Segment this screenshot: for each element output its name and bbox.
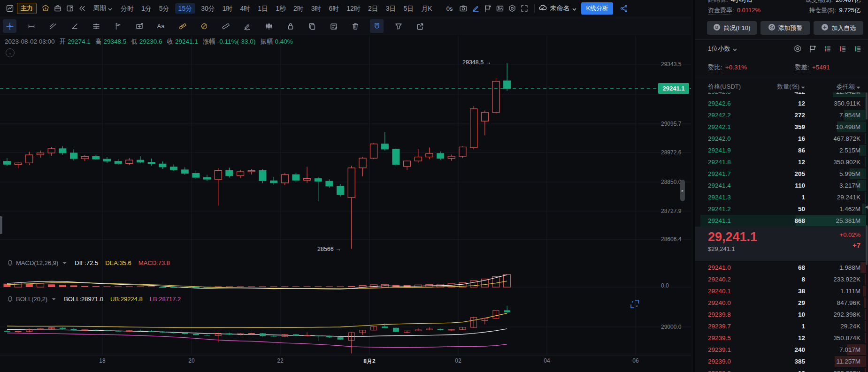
expand-icon[interactable] (518, 2, 530, 15)
share-icon[interactable] (618, 2, 630, 15)
gear-icon[interactable] (506, 2, 518, 15)
panel-button-加入自选[interactable]: 加入自选 (814, 21, 863, 35)
panel-button-简况(F10)[interactable]: B简况(F10) (707, 21, 757, 35)
flag-plus-icon[interactable] (808, 44, 817, 53)
chevron-down-icon[interactable] (62, 262, 67, 265)
timeframe-1分[interactable]: 1分 (141, 5, 152, 12)
panel-button-添加预警[interactable]: 添加预警 (760, 21, 810, 35)
main-force-button[interactable]: 主力 (17, 3, 37, 14)
decimals-dropdown[interactable]: 1位小数 (708, 45, 737, 53)
book-green-icon[interactable] (853, 44, 862, 53)
brush-icon[interactable] (240, 19, 254, 33)
region-select-icon[interactable] (630, 299, 640, 309)
pennant-icon[interactable] (111, 19, 124, 33)
trend-lines-icon[interactable] (46, 19, 60, 33)
left-pane-handle[interactable] (0, 216, 2, 234)
magnet-icon[interactable] (370, 19, 384, 33)
panel-edge-collapse-icon[interactable]: ◀ (865, 205, 868, 209)
chevron-down-icon[interactable] (52, 298, 56, 301)
angle-line-icon[interactable] (68, 19, 81, 33)
book-red-icon[interactable] (838, 44, 847, 53)
macd-indicator-row[interactable]: MACD(12,26,9) DIF:72.5 DEA:35.6 MACD:73.… (7, 259, 170, 266)
period-dropdown[interactable]: 周期 (93, 4, 112, 13)
ask-row[interactable]: 29242.016467.872K (700, 133, 866, 144)
ask-row[interactable]: 29241.812350.902K (700, 156, 866, 168)
copy-icon[interactable] (305, 19, 319, 33)
note-edit-icon[interactable] (327, 19, 340, 33)
bid-row[interactable]: 29239.038511.257M (700, 356, 866, 367)
annotation-box-icon[interactable] (132, 19, 146, 33)
scrollbar[interactable] (866, 225, 868, 265)
lock-icon[interactable] (284, 19, 297, 33)
candlestick-chart[interactable] (0, 35, 691, 372)
panel-collapse-handle[interactable]: ▸ (680, 180, 685, 201)
pattern-icon[interactable] (262, 19, 276, 33)
bid-row[interactable]: 29239.7129.24K (700, 320, 866, 332)
timeframe-3时[interactable]: 3时 (311, 5, 322, 12)
ask-row[interactable]: 29241.2501.462M (700, 203, 866, 215)
timeframe-5分[interactable]: 5分 (159, 5, 169, 12)
ruler-icon[interactable] (219, 19, 232, 33)
image-icon[interactable] (494, 2, 506, 15)
trash-icon[interactable] (348, 19, 362, 33)
last-trade-block[interactable]: 29,241.1 $29,241.1 +0.02% +7 (695, 227, 868, 261)
scrollbar[interactable] (866, 92, 868, 120)
ask-row[interactable]: 29241.72055.995M (700, 168, 866, 180)
bid-row[interactable]: 29239.810292.398K (700, 309, 866, 320)
bid-row[interactable]: 29239.512350.874K (700, 332, 866, 344)
chart-area[interactable]: 2023-08-02 03:00开29274.1高29348.5低29230.6… (0, 35, 691, 372)
kline-analysis-button[interactable]: K线分析 (581, 2, 613, 15)
timeframe-15分[interactable]: 15分 (175, 3, 196, 14)
crosshair-icon[interactable] (3, 19, 16, 33)
text-tool-icon[interactable]: Aa (154, 19, 168, 33)
ask-row[interactable]: 29242.135910.498M (700, 121, 866, 133)
timeframe-2时[interactable]: 2时 (293, 5, 304, 12)
bid-row[interactable]: 29241.0681.988M (700, 262, 866, 273)
timeframe-4时[interactable]: 4时 (240, 5, 251, 12)
camera-icon[interactable] (457, 2, 469, 15)
timeframe-2日[interactable]: 2日 (368, 5, 378, 12)
timeframe-分时[interactable]: 分时 (121, 5, 134, 12)
timeframe-5日[interactable]: 5日 (404, 5, 414, 12)
price-ruler-icon[interactable] (176, 19, 189, 33)
bell-icon[interactable] (7, 259, 14, 266)
chart-icon[interactable] (4, 2, 16, 15)
book-both-icon[interactable] (823, 44, 832, 53)
bid-row[interactable]: 29238.910292.389K (700, 367, 866, 372)
bid-row[interactable]: 29240.1381.111M (700, 285, 866, 297)
timeframe-30分[interactable]: 30分 (201, 5, 215, 12)
filter-icon[interactable] (392, 19, 405, 33)
timeframe-6时[interactable]: 6时 (329, 5, 339, 12)
ask-row[interactable]: 29241.3129.241K (700, 191, 866, 203)
timeframe-1秒[interactable]: 1秒 (276, 5, 286, 12)
timeframe-1日[interactable]: 1日 (258, 5, 268, 12)
bid-row[interactable]: 29240.029847.96K (700, 297, 866, 309)
ask-row[interactable]: 29242.22727.954M (700, 109, 866, 121)
header-amount[interactable]: 委托额 (805, 83, 860, 91)
measure-circle-icon[interactable] (197, 19, 211, 33)
flag-plus-icon[interactable] (482, 2, 494, 15)
briefcase-icon[interactable] (52, 2, 64, 15)
header-price[interactable]: 价格(USDT) (708, 83, 757, 91)
pencil-icon[interactable] (469, 2, 482, 15)
layout-icon[interactable] (64, 2, 76, 15)
ask-row[interactable]: 29242.841212.042M (700, 92, 866, 98)
timeframe-月K[interactable]: 月K (421, 5, 432, 12)
ask-row[interactable]: 29241.186825.381M (700, 215, 866, 227)
ask-row[interactable]: 29242.612350.911K (700, 98, 866, 109)
bell-icon[interactable] (7, 296, 14, 303)
power-badge-icon[interactable] (39, 2, 52, 15)
timeframe-3日[interactable]: 3日 (386, 5, 396, 12)
timeframe-1时[interactable]: 1时 (223, 5, 233, 12)
header-qty[interactable]: 数量(张) (757, 83, 805, 91)
ask-row[interactable]: 29241.41103.217M (700, 180, 866, 191)
bid-row[interactable]: 29239.12407.017M (700, 344, 866, 356)
rewind-icon[interactable] (76, 2, 88, 15)
timeframe-12时[interactable]: 12时 (346, 5, 361, 12)
collapse-chevron-icon[interactable]: ⌄ (6, 48, 15, 57)
boll-indicator-row[interactable]: BOLL(20,2) BOLL:28971.0 UB:29224.8 LB:28… (7, 296, 181, 303)
parallel-lines-icon[interactable] (89, 19, 103, 33)
line-segment-icon[interactable] (24, 19, 38, 33)
export-icon[interactable] (413, 19, 427, 33)
bid-row[interactable]: 29240.28233.922K (700, 273, 866, 285)
